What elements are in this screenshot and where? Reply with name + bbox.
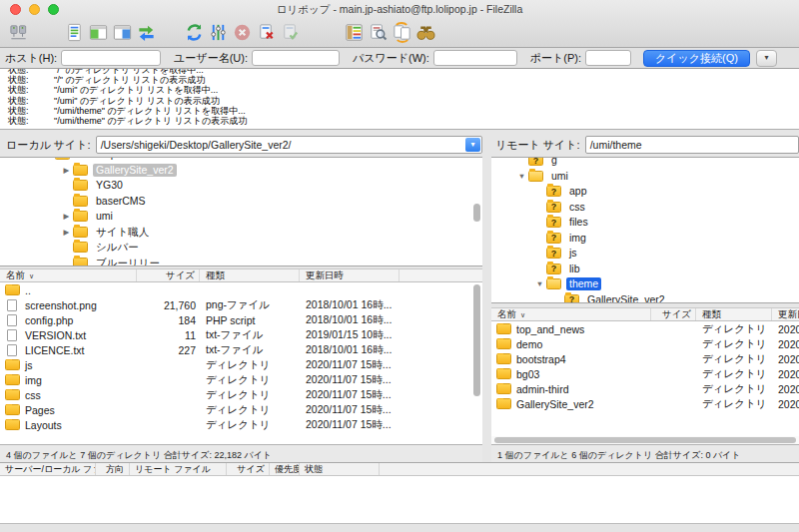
expander-icon[interactable]: ▶ — [60, 166, 73, 175]
username-input[interactable] — [252, 50, 340, 66]
tree-item[interactable]: css — [491, 200, 799, 216]
remote-tree-toggle-icon[interactable] — [110, 21, 134, 45]
file-row[interactable]: bootstrap4 ディレクトリ 2020 — [491, 351, 799, 366]
minimize-window-button[interactable] — [29, 4, 40, 15]
folder-icon — [546, 186, 561, 197]
site-manager-icon[interactable] — [6, 21, 30, 45]
remote-site-combobox[interactable]: /umi/theme — [585, 136, 799, 154]
queue-column-priority[interactable]: 優先度 — [270, 463, 300, 475]
queue-column-size[interactable]: サイズ — [227, 463, 270, 475]
local-tree-toggle-icon[interactable] — [86, 21, 110, 45]
file-row[interactable]: LICENCE.txt 227 txt-ファイル 2018/10/01 16時.… — [0, 342, 482, 357]
host-input[interactable] — [61, 50, 161, 66]
column-header-name[interactable]: 名前∨ — [491, 308, 651, 320]
tree-item[interactable]: app — [491, 184, 799, 200]
process-queue-icon[interactable] — [206, 21, 230, 45]
tree-item-label: js — [566, 247, 580, 260]
folder-icon — [496, 353, 511, 364]
local-list-scrollbar-thumb[interactable] — [473, 284, 480, 396]
file-row[interactable]: .. — [0, 282, 482, 297]
file-row[interactable]: demo ディレクトリ 2020 — [491, 336, 799, 351]
message-log-toggle-icon[interactable] — [62, 21, 86, 45]
file-modified: 2020 — [772, 323, 799, 335]
directory-comparison-icon[interactable] — [342, 21, 366, 45]
tree-item[interactable]: g — [491, 157, 799, 169]
tree-item[interactable]: ▼ theme — [491, 276, 799, 292]
folder-icon — [5, 359, 20, 370]
queue-column-remote-file[interactable]: リモート ファイル — [130, 463, 227, 475]
file-row[interactable]: img ディレクトリ 2020/11/07 15時... — [0, 372, 482, 387]
expander-icon[interactable]: ▶ — [60, 228, 73, 237]
file-row[interactable]: admin-third ディレクトリ 2020 — [491, 381, 799, 396]
local-tree-scrollbar-thumb[interactable] — [473, 204, 480, 222]
file-row[interactable]: js ディレクトリ 2020/11/07 15時... — [0, 357, 482, 372]
file-row[interactable]: VERSION.txt 11 txt-ファイル 2019/01/15 10時..… — [0, 327, 482, 342]
column-header-type[interactable]: 種類 — [696, 308, 772, 320]
file-name: GallerySite_ver2 — [516, 398, 594, 410]
file-modified: 2020 — [772, 368, 799, 380]
remote-file-list: top_and_news ディレクトリ 2020 demo ディレクトリ 202… — [491, 321, 799, 436]
reconnect-icon[interactable] — [278, 21, 302, 45]
password-input[interactable] — [433, 50, 517, 66]
file-row[interactable]: screenshot.png 21,760 png-ファイル 2018/10/0… — [0, 297, 482, 312]
local-site-combobox[interactable]: /Users/shigeki/Desktop/GallerySite_ver2/… — [96, 136, 482, 154]
queue-column-status[interactable]: 状態 — [300, 463, 380, 475]
file-row[interactable]: config.php 184 PHP script 2018/10/01 16時… — [0, 312, 482, 327]
tree-item[interactable]: シルバー — [0, 240, 482, 256]
expander-icon[interactable]: ▼ — [42, 157, 55, 159]
file-type: ディレクトリ — [696, 382, 772, 396]
port-input[interactable] — [585, 50, 631, 66]
local-site-label: ローカル サイト: — [6, 138, 91, 153]
tree-item-label: app — [566, 185, 590, 198]
queue-column-direction[interactable]: 方向 — [96, 463, 130, 475]
tree-item[interactable]: ▶ GallerySite_ver2 — [0, 163, 482, 179]
file-type: ディレクトリ — [696, 367, 772, 381]
column-header-modified[interactable]: 更新日時 — [772, 308, 799, 320]
quickconnect-button[interactable]: クイック接続(Q) — [643, 50, 750, 67]
column-header-type[interactable]: 種類 — [200, 269, 300, 281]
tree-item[interactable]: YG30 — [0, 178, 482, 194]
file-row[interactable]: bg03 ディレクトリ 2020 — [491, 366, 799, 381]
disconnect-icon[interactable] — [254, 21, 278, 45]
local-site-dropdown-button[interactable]: ▾ — [465, 138, 480, 152]
queue-column-local-file[interactable]: サーバー/ローカル ファイル — [0, 463, 96, 475]
file-name: VERSION.txt — [25, 329, 86, 341]
transfer-queue-toggle-icon[interactable] — [134, 21, 158, 45]
log-row: 状態:"/umi/theme" のディレクトリ リストの表示成功 — [8, 116, 799, 126]
tree-item[interactable]: baserCMS — [0, 194, 482, 210]
column-header-modified[interactable]: 更新日時 — [300, 269, 400, 281]
find-files-icon[interactable] — [413, 21, 437, 45]
column-header-name[interactable]: 名前∨ — [0, 269, 137, 281]
file-size: 11 — [137, 329, 200, 341]
tree-item[interactable]: img — [491, 231, 799, 247]
tree-item[interactable]: GallerySite_ver2 — [491, 292, 799, 304]
close-window-button[interactable] — [10, 4, 21, 15]
quickconnect-dropdown-button[interactable]: ▾ — [756, 50, 777, 67]
file-row[interactable]: Layouts ディレクトリ 2020/11/07 15時... — [0, 417, 482, 432]
file-modified: 2020/11/07 15時... — [300, 358, 400, 372]
tree-item[interactable]: ▶ サイト職人 — [0, 225, 482, 241]
synchronized-browsing-icon[interactable] — [390, 21, 413, 45]
file-row[interactable]: top_and_news ディレクトリ 2020 — [491, 321, 799, 336]
column-header-size[interactable]: サイズ — [651, 308, 696, 320]
refresh-icon[interactable] — [182, 21, 206, 45]
filename-filters-icon[interactable] — [366, 21, 390, 45]
expander-icon[interactable]: ▼ — [533, 279, 546, 288]
file-row[interactable]: css ディレクトリ 2020/11/07 15時... — [0, 387, 482, 402]
tree-item[interactable]: ▶ umi — [0, 209, 482, 225]
expander-icon[interactable]: ▶ — [60, 212, 73, 221]
file-row[interactable]: GallerySite_ver2 ディレクトリ 2020 — [491, 396, 799, 411]
tree-item[interactable]: js — [491, 246, 799, 262]
tree-item[interactable]: lib — [491, 262, 799, 277]
expander-icon[interactable]: ▼ — [515, 172, 528, 181]
column-header-size[interactable]: サイズ — [137, 269, 200, 281]
tree-item[interactable]: ▼ umi — [491, 169, 799, 185]
tree-item[interactable]: ブルーリリー — [0, 256, 482, 267]
remote-horizontal-scrollbar[interactable] — [491, 436, 799, 444]
file-name: admin-third — [516, 383, 569, 395]
zoom-window-button[interactable] — [48, 4, 59, 15]
file-row[interactable]: Pages ディレクトリ 2020/11/07 15時... — [0, 402, 482, 417]
remote-horizontal-scrollbar-thumb[interactable] — [494, 437, 796, 443]
cancel-operation-icon[interactable] — [230, 21, 254, 45]
tree-item[interactable]: files — [491, 215, 799, 231]
